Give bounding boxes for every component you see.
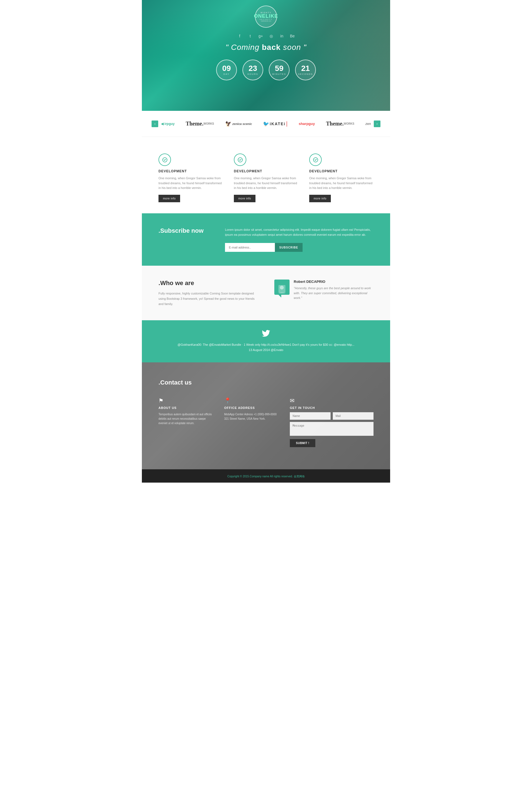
twitter-tweet-text: @GokhanKara00: The @EnvatoMarket Bundle … [158,342,374,347]
service-icon-3 [309,154,322,166]
subscribe-right: Lorem ipsum dolor sit amet, consectetur … [225,227,374,252]
testimonial-name: Robert DECAPRIO [294,279,374,284]
countdown-seconds: 21 SECONDS [295,60,316,80]
social-behance-icon[interactable]: Be [290,33,295,39]
who-section: .Who we are Fully responsive, highly cus… [142,266,390,320]
coming-soon-text: " Coming back soon " [226,43,306,52]
contact-name-mail-row [290,412,374,420]
service-title-3: DEVELOPMENT [309,169,374,173]
who-title: .Who we are [158,279,258,287]
hero-section: MIGHTY ONELIKE SECURITY VERSION 3.5 f t … [142,0,390,111]
service-item-2: DEVELOPMENT One morning, when Gregor Sam… [234,154,298,202]
contact-mail-input[interactable] [333,412,374,420]
services-section: DEVELOPMENT One morning, when Gregor Sam… [142,137,390,213]
form-mail-icon: ✉ [290,397,374,404]
service-desc-2: One morning, when Gregor Samsa woke from… [234,176,298,191]
contact-section: .Contact us ⚑ ABOUT US Temporibus autem … [142,362,390,469]
testimonial-avatar [274,279,290,295]
office-text: MobApp Center Adress +1 (000)-999-0000 3… [224,412,279,421]
countdown-days-num: 09 [222,64,231,72]
form-title: GET IN TOUCH [290,406,374,409]
brand-themeworks[interactable]: Theme.WORKS [183,119,217,128]
subscribe-form: SUBSCRIBE [225,243,303,252]
testimonial-text: "Honestly, these guys are the best peopl… [294,286,374,301]
service-desc-3: One morning, when Gregor Samsa woke from… [309,176,374,191]
service-desc-1: One morning, when Gregor Samsa woke from… [158,176,223,191]
footer-brand: 金黑网络 [294,475,305,478]
social-gplus-icon[interactable]: g+ [258,33,263,39]
subscribe-email-input[interactable] [225,243,275,252]
countdown-hours-num: 23 [248,64,257,72]
service-more-btn-1[interactable]: More info [158,195,180,202]
brands-section: ‹ ◀ irpguy Theme.WORKS 🦅 zenica scenic 🐦… [142,111,390,137]
contact-title: .Contact us [158,379,374,386]
who-right: Robert DECAPRIO "Honestly, these guys ar… [274,279,374,301]
subscribe-section: .Subscribe now Lorem ipsum dolor sit ame… [142,213,390,266]
subscribe-left: .Subscribe now [158,227,214,234]
hero-logo: MIGHTY ONELIKE SECURITY VERSION 3.5 [255,5,277,28]
contact-form-col: ✉ GET IN TOUCH SUBMIT ! [290,397,374,447]
brand-zen[interactable]: zen [363,120,374,127]
contact-message-input[interactable] [290,422,374,436]
brands-prev-button[interactable]: ‹ [152,120,158,127]
logo-ver-text: VERSION 3.5 [261,20,271,22]
service-more-btn-2[interactable]: More info [234,195,256,202]
subscribe-title: .Subscribe now [158,227,214,234]
contact-submit-button[interactable]: SUBMIT ! [290,439,315,447]
twitter-bird-icon [158,330,374,339]
about-title: ABOUT US [158,406,213,409]
about-text: Temporibus autem quibusdam et aut offici… [158,412,213,425]
contact-inner: .Contact us ⚑ ABOUT US Temporibus autem … [158,379,374,447]
twitter-date: 13 August 2014 @Envato [158,347,374,353]
service-more-btn-3[interactable]: More info [309,195,331,202]
social-linkedin-icon[interactable]: in [279,33,285,39]
footer: Copyright © 2015.Company name All rights… [142,469,390,483]
social-icons-bar: f t g+ ◎ in Be [237,33,295,39]
office-location-icon: 📍 [224,397,279,404]
about-flag-icon: ⚑ [158,397,213,404]
countdown-minutes-label: MINUTES [272,73,286,75]
countdown-minutes: 59 MINUTES [269,60,290,80]
testimonial-content: Robert DECAPRIO "Honestly, these guys ar… [294,279,374,301]
svg-point-4 [280,286,284,290]
brand-ikate[interactable]: 🐦 iKATEi | [260,119,290,128]
office-title: OFFICE ADDRESS [224,406,279,409]
who-desc: Fully responsive, highly customizable Co… [158,291,258,306]
brand-zenica[interactable]: 🦅 zenica scenic [222,119,255,128]
countdown-minutes-num: 59 [275,64,284,72]
social-facebook-icon[interactable]: f [237,33,242,39]
who-left: .Who we are Fully responsive, highly cus… [158,279,258,306]
brand-themeworks-2[interactable]: Theme.WORKS [323,119,357,128]
subscribe-desc: Lorem ipsum dolor sit amet, consectetur … [225,227,374,237]
logo-main-text: ONELIKE [254,14,278,18]
countdown-days: 09 DAY [216,60,237,80]
contact-about-col: ⚑ ABOUT US Temporibus autem quibusdam et… [158,397,213,447]
countdown-seconds-label: SECONDS [298,73,313,75]
brand-irpguy[interactable]: ◀ irpguy [158,120,177,127]
countdown-bar: 09 DAY 23 HOURS 59 MINUTES 21 SECONDS [216,60,316,80]
service-item-1: DEVELOPMENT One morning, when Gregor Sam… [158,154,223,202]
brands-next-button[interactable]: › [374,120,380,127]
service-icon-1 [158,154,171,166]
brand-sharpguy[interactable]: sharpguy [296,120,318,127]
countdown-hours-label: HOURS [247,73,258,75]
social-instagram-icon[interactable]: ◎ [269,33,274,39]
service-title-1: DEVELOPMENT [158,169,223,173]
countdown-seconds-num: 21 [301,64,310,72]
countdown-hours: 23 HOURS [242,60,263,80]
contact-office-col: 📍 OFFICE ADDRESS MobApp Center Adress +1… [224,397,279,447]
footer-copyright: Copyright © 2015.Company name All rights… [227,475,304,478]
brands-list: ◀ irpguy Theme.WORKS 🦅 zenica scenic 🐦 i… [158,119,374,128]
hero-rock-decoration [291,0,390,111]
service-title-2: DEVELOPMENT [234,169,298,173]
subscribe-button[interactable]: SUBSCRIBE [275,243,303,252]
service-item-3: DEVELOPMENT One morning, when Gregor Sam… [309,154,374,202]
contact-columns: ⚑ ABOUT US Temporibus autem quibusdam et… [158,397,374,447]
service-icon-2 [234,154,246,166]
countdown-days-label: DAY [224,73,230,75]
contact-name-input[interactable] [290,412,331,420]
social-twitter-icon[interactable]: t [247,33,253,39]
logo-badge: MIGHTY ONELIKE SECURITY VERSION 3.5 [255,5,277,28]
twitter-section: @GokhanKara00: The @EnvatoMarket Bundle … [142,320,390,362]
